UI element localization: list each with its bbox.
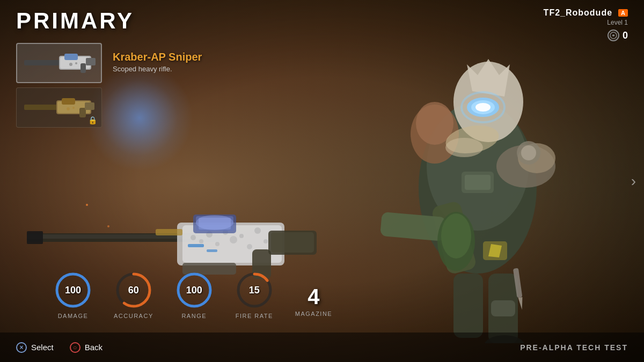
svg-point-44 <box>264 239 268 243</box>
svg-marker-3 <box>467 59 510 97</box>
lock-icon: 🔒 <box>88 116 97 124</box>
stat-accuracy: 60 ACCURACY <box>114 271 153 319</box>
svg-rect-59 <box>64 54 78 60</box>
username: TF2_Robodude <box>544 8 612 18</box>
svg-rect-69 <box>85 102 94 110</box>
svg-rect-67 <box>62 98 75 105</box>
svg-point-21 <box>445 138 483 157</box>
svg-point-19 <box>521 145 536 160</box>
apex-badge: A <box>618 9 628 17</box>
svg-rect-24 <box>453 274 483 338</box>
weapon-cards-container: 🔒 <box>16 43 102 128</box>
svg-rect-51 <box>271 232 314 253</box>
character-visual <box>306 16 601 343</box>
svg-rect-55 <box>156 229 182 235</box>
char-glow <box>86 64 193 172</box>
weapon-name: Kraber-AP Sniper <box>113 51 202 63</box>
svg-rect-54 <box>207 249 217 252</box>
magazine-label: MAGAZINE <box>295 311 332 317</box>
x-button-icon: × <box>16 342 27 353</box>
svg-rect-23 <box>465 175 491 190</box>
svg-point-63 <box>75 62 77 64</box>
svg-point-41 <box>239 234 244 238</box>
right-arrow-icon[interactable]: › <box>631 173 636 190</box>
stat-circle-fire-rate: 15 <box>235 271 274 309</box>
svg-rect-61 <box>86 58 96 65</box>
svg-point-71 <box>72 107 75 109</box>
weapon-card-selected[interactable] <box>16 43 102 83</box>
svg-point-43 <box>254 227 261 234</box>
weapon-card-alt[interactable]: 🔒 <box>16 87 102 128</box>
svg-point-6 <box>475 103 491 112</box>
currency-amount: 0 <box>623 30 628 41</box>
watermark-text: PRE-ALPHA TECH TEST <box>520 343 628 352</box>
select-label: Select <box>31 343 54 352</box>
svg-rect-53 <box>188 244 204 247</box>
magazine-value: 4 <box>308 286 319 307</box>
bottom-bar: × Select ○ Back PRE-ALPHA TECH TEST <box>0 333 644 362</box>
stat-circle-damage: 100 <box>54 271 92 309</box>
svg-marker-29 <box>518 297 524 310</box>
svg-point-38 <box>215 242 219 246</box>
svg-point-15 <box>441 213 471 258</box>
weapon-description: Scoped heavy rifle. <box>113 65 202 73</box>
o-button-icon: ○ <box>70 342 80 353</box>
stat-fire-rate: 15 FIRE RATE <box>235 271 274 319</box>
stat-label-accuracy: ACCURACY <box>114 313 153 319</box>
stat-circle-range: 100 <box>175 271 214 309</box>
currency-icon <box>608 29 619 41</box>
stat-value-damage: 100 <box>54 271 92 309</box>
svg-rect-32 <box>27 231 43 244</box>
stat-value-fire-rate: 15 <box>235 271 274 309</box>
stat-value-accuracy: 60 <box>114 271 153 309</box>
user-level: Level 1 <box>544 19 628 26</box>
stat-circle-accuracy: 60 <box>114 271 153 309</box>
svg-rect-60 <box>80 63 86 73</box>
svg-rect-26 <box>491 300 515 316</box>
weapon-info: Kraber-AP Sniper Scoped heavy rifle. <box>113 51 202 73</box>
select-action[interactable]: × Select <box>16 342 54 353</box>
stat-value-range: 100 <box>175 271 214 309</box>
stat-damage: 100 DAMAGE <box>54 271 92 319</box>
section-title: PRIMARY <box>16 10 134 32</box>
currency-row: 0 <box>544 29 628 41</box>
page-header: PRIMARY <box>16 10 134 32</box>
back-label: Back <box>85 343 103 352</box>
svg-point-35 <box>191 235 196 240</box>
svg-point-62 <box>69 63 72 66</box>
svg-point-70 <box>67 107 70 110</box>
back-action[interactable]: ○ Back <box>70 342 103 353</box>
bottom-actions: × Select ○ Back <box>16 342 103 353</box>
svg-point-42 <box>247 244 252 249</box>
stat-label-damage: DAMAGE <box>58 313 89 319</box>
svg-point-73 <box>612 35 614 36</box>
user-info-panel: TF2_Robodude A Level 1 0 <box>544 8 628 41</box>
svg-point-48 <box>196 215 233 230</box>
svg-point-36 <box>199 239 203 243</box>
stat-magazine: 4 MAGAZINE <box>295 286 332 319</box>
stat-label-range: RANGE <box>181 313 207 319</box>
stats-section: 100 DAMAGE 60 ACCURACY 100 RANGE <box>54 271 332 319</box>
stat-label-fire-rate: FIRE RATE <box>236 313 273 319</box>
stat-range: 100 RANGE <box>175 271 214 319</box>
svg-point-40 <box>230 236 237 243</box>
